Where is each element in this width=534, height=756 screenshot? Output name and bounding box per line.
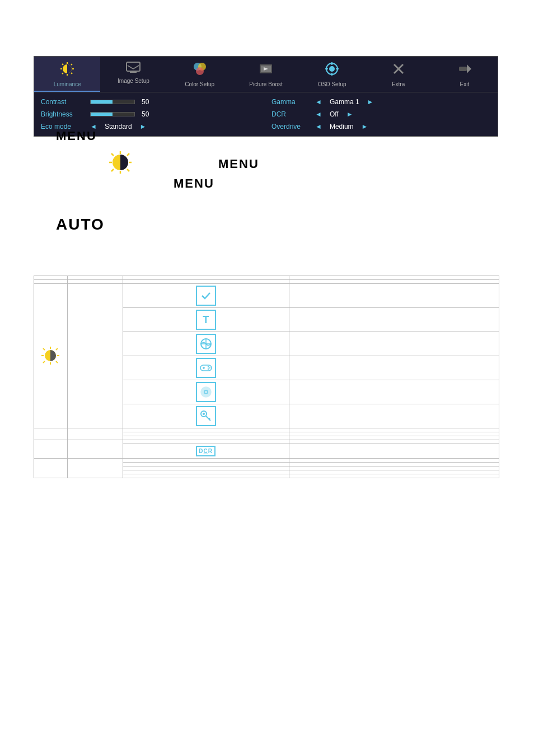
- table-section-icon-cell: [34, 428, 68, 440]
- tab-osd-setup[interactable]: OSD Setup: [299, 57, 365, 92]
- table-cell: [123, 459, 289, 463]
- tab-luminance[interactable]: Luminance: [34, 57, 100, 92]
- menu-label-3: MENU: [174, 176, 214, 191]
- svg-point-61: [209, 367, 210, 368]
- osd-left-panel: Contrast 50 Brightness 50 Eco mode ◄ Sta…: [41, 96, 260, 133]
- svg-line-41: [127, 153, 129, 156]
- luminance-icon: [59, 61, 75, 80]
- svg-rect-26: [325, 68, 328, 69]
- svg-point-18: [196, 67, 204, 75]
- table-cell: [123, 463, 289, 466]
- image-setup-icon: [125, 61, 141, 76]
- tab-exit[interactable]: Exit: [432, 57, 498, 92]
- table-cell: T: [123, 308, 289, 332]
- color-setup-icon: [192, 61, 208, 80]
- gamma-value: Gamma 1: [330, 98, 359, 106]
- contrast-label: Contrast: [41, 98, 86, 106]
- tab-picture-boost[interactable]: Picture Boost: [233, 57, 299, 92]
- text-icon-box: T: [196, 310, 216, 330]
- gamma-arrow-right[interactable]: ►: [367, 98, 374, 106]
- table-cell: DCR: [123, 444, 289, 459]
- dcr-value: Off: [330, 110, 339, 118]
- table-row: [34, 284, 499, 308]
- svg-point-65: [205, 391, 207, 393]
- tab-osd-setup-label: OSD Setup: [318, 81, 346, 87]
- table-cell: [67, 276, 123, 280]
- table-cell: [123, 332, 289, 356]
- contrast-slider[interactable]: [90, 100, 135, 104]
- svg-line-51: [56, 361, 58, 363]
- svg-point-62: [208, 368, 209, 370]
- overdrive-arrow-right[interactable]: ►: [362, 123, 368, 130]
- table-cat-cell: [67, 459, 123, 478]
- table-row: [34, 459, 499, 463]
- table-cell: [123, 432, 289, 436]
- overdrive-value: Medium: [330, 123, 354, 130]
- exit-icon: [457, 61, 472, 80]
- gamma-arrow-left[interactable]: ◄: [315, 98, 322, 106]
- svg-line-7: [62, 64, 63, 65]
- dcr-arrow-left[interactable]: ◄: [315, 110, 322, 118]
- game-icon-box: [196, 358, 216, 378]
- contrast-value: 50: [142, 98, 149, 106]
- table-cell: [123, 404, 289, 428]
- table-cell: [123, 280, 289, 284]
- svg-line-50: [43, 348, 45, 350]
- svg-point-67: [203, 413, 205, 415]
- dcr-arrow-right[interactable]: ►: [346, 110, 353, 118]
- overdrive-arrow-left[interactable]: ◄: [315, 123, 322, 130]
- table-cell: [123, 466, 289, 470]
- tab-color-setup-label: Color Setup: [185, 81, 214, 87]
- table-cat-cell: [67, 440, 123, 459]
- brightness-icon-large: [106, 148, 134, 179]
- table-cell: [123, 428, 289, 432]
- table-cell: [289, 444, 499, 459]
- svg-line-39: [111, 153, 114, 156]
- svg-line-8: [71, 73, 72, 74]
- gamma-row: Gamma ◄ Gamma 1 ►: [271, 96, 491, 108]
- brightness-value: 50: [142, 110, 149, 118]
- dcr-row: DCR ◄ Off ►: [271, 108, 491, 120]
- table-row: [34, 276, 499, 280]
- svg-rect-30: [459, 67, 467, 71]
- table-cell: [123, 284, 289, 308]
- table-cat-cell: [67, 284, 123, 428]
- svg-line-53: [43, 361, 45, 363]
- osd-setup-icon: [324, 61, 340, 80]
- osd-menu: Luminance Image Setup: [34, 56, 498, 137]
- table-row: [34, 428, 499, 432]
- table-cell: [123, 436, 289, 440]
- table-cell: [123, 356, 289, 380]
- dcr-badge: DCR: [196, 446, 216, 456]
- tab-image-setup-label: Image Setup: [118, 78, 149, 84]
- brightness-slider[interactable]: [90, 112, 135, 116]
- table-cell: [289, 463, 499, 466]
- luminance-section-icon-cell: [34, 284, 68, 428]
- table-cell: [289, 356, 499, 380]
- contrast-fill: [91, 100, 113, 104]
- table-cell: [123, 380, 289, 404]
- brightness-fill: [91, 113, 113, 116]
- tab-image-setup[interactable]: Image Setup: [100, 57, 166, 92]
- tab-extra[interactable]: Extra: [365, 57, 431, 92]
- tab-color-setup[interactable]: Color Setup: [167, 57, 233, 92]
- eco-arrow-right[interactable]: ►: [140, 123, 147, 130]
- table-row: [34, 440, 499, 444]
- svg-line-15: [133, 66, 139, 69]
- table-cell: [289, 380, 499, 404]
- table-cell: [289, 436, 499, 440]
- svg-rect-25: [331, 73, 332, 76]
- svg-line-40: [127, 169, 129, 171]
- table-cell: [123, 276, 289, 280]
- table-cell: [289, 466, 499, 470]
- svg-line-9: [71, 64, 72, 65]
- contrast-row: Contrast 50: [41, 96, 260, 108]
- gamma-label: Gamma: [271, 98, 311, 106]
- auto-label: AUTO: [56, 216, 105, 234]
- dcr-label: DCR: [271, 110, 311, 118]
- svg-line-10: [62, 73, 63, 74]
- table-cat-cell: [67, 428, 123, 440]
- browser-icon-box: [196, 334, 216, 354]
- table-cell: [289, 332, 499, 356]
- table-row: [34, 280, 499, 284]
